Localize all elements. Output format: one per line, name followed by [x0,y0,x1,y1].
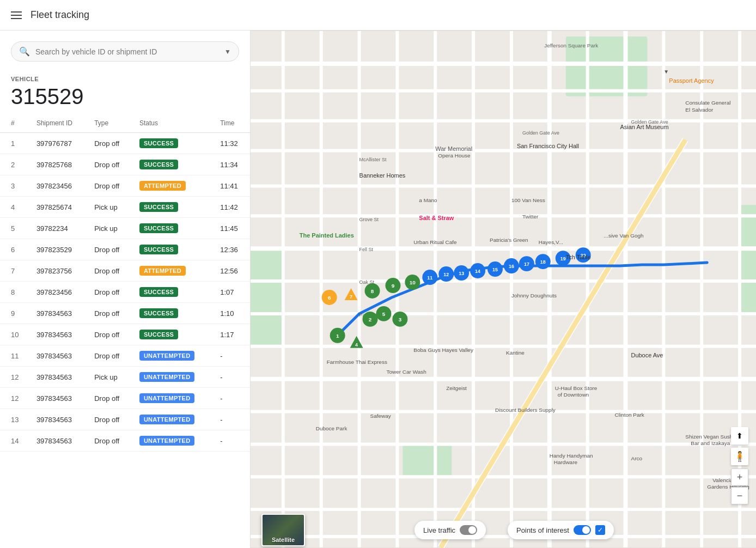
zoom-out-button[interactable]: − [731,487,748,504]
row-time: - [214,345,250,367]
table-header: # Shipment ID Type Status Time [0,114,250,133]
map-container: Jefferson Square Park McAllister St Grov… [251,31,756,548]
row-status: ATTEMPTED [133,175,214,197]
svg-text:▼: ▼ [663,69,669,75]
row-status: UNATTEMPTED [133,430,214,452]
row-num: 1 [0,133,30,154]
row-time: 11:41 [214,175,250,197]
table-row[interactable]: 12 397834563 Pick up UNATTEMPTED - [0,367,250,388]
row-num: 11 [0,345,30,367]
app-header: Fleet tracking [0,0,756,31]
table-row[interactable]: 11 397834563 Drop off UNATTEMPTED - [0,345,250,367]
svg-text:10: 10 [410,279,416,285]
row-time: - [214,430,250,452]
svg-text:Kantine: Kantine [506,350,525,356]
row-num: 7 [0,260,30,282]
table-row[interactable]: 14 397834563 Drop off UNATTEMPTED - [0,430,250,452]
col-time: Time [214,114,250,133]
table-row[interactable]: 13 397834563 Drop off UNATTEMPTED - [0,409,250,430]
menu-icon[interactable] [11,11,22,19]
svg-text:Consulate General: Consulate General [685,100,730,106]
row-status: SUCCESS [133,218,214,239]
row-time: - [214,367,250,388]
table-row[interactable]: 2 397825768 Drop off SUCCESS 11:34 [0,154,250,175]
row-type: Drop off [88,282,133,303]
row-time: 11:42 [214,197,250,218]
svg-rect-1 [251,31,756,547]
svg-text:San Francisco City Hall: San Francisco City Hall [517,143,579,149]
row-shipment-id: 397976787 [30,133,88,154]
svg-text:Patricia's Green: Patricia's Green [490,237,528,243]
row-num: 9 [0,303,30,324]
row-type: Drop off [88,409,133,430]
row-num: 12 [0,388,30,409]
poi-control: Points of interest ✓ [508,521,614,539]
svg-text:Johnny Doughnuts: Johnny Doughnuts [511,293,557,299]
row-type: Drop off [88,260,133,282]
svg-text:Hayes,V...: Hayes,V... [539,239,563,245]
svg-text:14: 14 [475,269,480,274]
svg-text:100 Van Ness: 100 Van Ness [511,197,545,203]
app-title: Fleet tracking [31,9,89,21]
street-view-icon[interactable]: 🧍 [731,448,748,465]
row-shipment-id: 397834563 [30,345,88,367]
table-row[interactable]: 6 397823529 Drop off SUCCESS 12:36 [0,239,250,260]
svg-text:11: 11 [427,275,432,281]
row-shipment-id: 397825768 [30,154,88,175]
search-box[interactable]: 🔍 ▼ [11,41,239,62]
shipment-table: # Shipment ID Type Status Time 1 3979767… [0,114,250,452]
table-row[interactable]: 12 397834563 Drop off UNATTEMPTED - [0,388,250,409]
row-time: 1:10 [214,303,250,324]
table-row[interactable]: 5 39782234 Pick up SUCCESS 11:45 [0,218,250,239]
search-input[interactable] [35,47,224,56]
row-num: 3 [0,175,30,197]
svg-text:U-Haul Box Store: U-Haul Box Store [555,385,598,391]
row-type: Drop off [88,175,133,197]
satellite-button[interactable]: Satellite [261,514,305,546]
row-time: 12:36 [214,239,250,260]
row-time: 11:32 [214,133,250,154]
row-shipment-id: 397825674 [30,197,88,218]
row-time: 11:45 [214,218,250,239]
row-shipment-id: 397834563 [30,409,88,430]
terrain-icon[interactable]: ⬆ [731,427,748,445]
zoom-in-button[interactable]: + [731,468,748,486]
row-type: Pick up [88,197,133,218]
row-status: SUCCESS [133,239,214,260]
table-row[interactable]: 7 397823756 Drop off ATTEMPTED 12:56 [0,260,250,282]
row-num: 4 [0,197,30,218]
table-row[interactable]: 9 397834563 Drop off SUCCESS 1:10 [0,303,250,324]
col-status: Status [133,114,214,133]
row-type: Drop off [88,345,133,367]
traffic-toggle[interactable] [460,525,477,535]
row-type: Drop off [88,303,133,324]
poi-toggle[interactable] [574,525,591,535]
row-shipment-id: 397834563 [30,303,88,324]
poi-label: Points of interest [516,526,569,534]
svg-text:19: 19 [560,256,566,261]
row-num: 2 [0,154,30,175]
table-row[interactable]: 8 397823456 Drop off SUCCESS 1:07 [0,282,250,303]
map-background: Jefferson Square Park McAllister St Grov… [251,31,756,548]
sidebar: 🔍 ▼ VEHICLE 315529 # Shipment ID Type St… [0,31,251,548]
table-row[interactable]: 1 397976787 Drop off SUCCESS 11:32 [0,133,250,154]
row-type: Drop off [88,154,133,175]
row-num: 13 [0,409,30,430]
col-type: Type [88,114,133,133]
svg-text:Twitter: Twitter [522,214,539,220]
svg-text:4: 4 [355,342,358,348]
svg-text:Salt & Straw: Salt & Straw [419,215,454,221]
svg-text:Duboce Ave: Duboce Ave [631,352,663,358]
row-num: 12 [0,367,30,388]
table-row[interactable]: 10 397834563 Drop off SUCCESS 1:17 [0,324,250,345]
svg-text:Safeway: Safeway [370,413,391,419]
row-time: 11:34 [214,154,250,175]
svg-text:...sive Van Gogh: ...sive Van Gogh [604,233,644,239]
row-shipment-id: 397823756 [30,260,88,282]
row-time: 1:07 [214,282,250,303]
table-body: 1 397976787 Drop off SUCCESS 11:32 2 397… [0,133,250,452]
row-status: SUCCESS [133,303,214,324]
table-row[interactable]: 3 397823456 Drop off ATTEMPTED 11:41 [0,175,250,197]
row-time: - [214,388,250,409]
table-row[interactable]: 4 397825674 Pick up SUCCESS 11:42 [0,197,250,218]
